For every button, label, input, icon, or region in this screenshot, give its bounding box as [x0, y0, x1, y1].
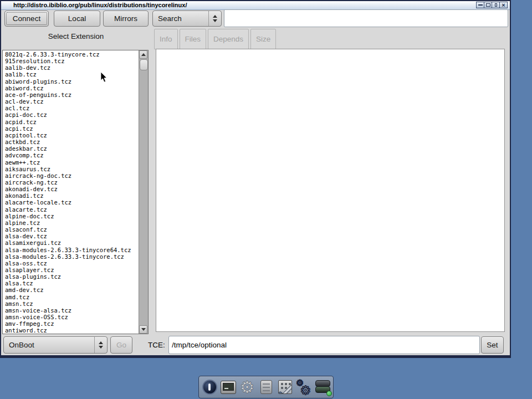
list-item-abiword.tcz[interactable]: abiword.tcz	[5, 85, 139, 91]
install-mode-label: OnBoot	[9, 341, 34, 349]
detail-content-pane	[156, 49, 505, 332]
list-item-actkbd.tcz[interactable]: actkbd.tcz	[5, 139, 139, 145]
list-item-adeskbar.tcz[interactable]: adeskbar.tcz	[5, 145, 139, 152]
list-item-aalib.tcz[interactable]: aalib.tcz	[5, 71, 139, 78]
list-item-alsa-oss.tcz[interactable]: alsa-oss.tcz	[5, 260, 139, 267]
window-title: http://distro.ibiblio.org/pub/linux/dist…	[13, 2, 187, 8]
list-item-acpid.tcz[interactable]: acpid.tcz	[5, 119, 139, 125]
list-item-aewm++.tcz[interactable]: aewm++.tcz	[5, 159, 139, 166]
set-button[interactable]: Set	[481, 336, 504, 354]
connect-button[interactable]: Connect	[4, 11, 49, 27]
shade-button[interactable]	[476, 2, 484, 8]
scroll-up-button[interactable]	[139, 50, 147, 59]
list-item-amsn.tcz[interactable]: amsn.tcz	[5, 300, 139, 307]
window-controls: ×	[477, 2, 508, 8]
list-item-alsamixergui.tcz[interactable]: alsamixergui.tcz	[5, 239, 139, 246]
list-scrollbar[interactable]	[139, 50, 148, 334]
list-item-acpitool.tcz[interactable]: acpitool.tcz	[5, 132, 139, 139]
list-item-advcomp.tcz[interactable]: advcomp.tcz	[5, 152, 139, 158]
maximize-button[interactable]	[484, 2, 492, 8]
apps-gears-icon[interactable]: ⚙ ⚙	[295, 378, 313, 397]
search-input[interactable]	[224, 9, 508, 27]
settings-gear-icon[interactable]: ⚙	[239, 378, 256, 397]
list-item-alpine-doc.tcz[interactable]: alpine-doc.tcz	[5, 213, 139, 219]
dock: ⚙ ⚙ ⚙	[198, 376, 334, 398]
restore-icon	[495, 3, 497, 7]
restore-button[interactable]	[492, 2, 500, 8]
list-item-amv-ffmpeg.tcz[interactable]: amv-ffmpeg.tcz	[5, 320, 139, 327]
desktop: { "window": { "title": "http://distro.ib…	[0, 0, 532, 399]
go-button-label: Go	[116, 341, 126, 349]
list-item-alacarte.tcz[interactable]: alacarte.tcz	[5, 206, 139, 213]
list-item-alsa-plugins.tcz[interactable]: alsa-plugins.tcz	[5, 273, 139, 280]
arrow-up-icon	[141, 53, 146, 56]
close-button[interactable]: ×	[499, 2, 508, 8]
tab-files[interactable]: Files	[180, 29, 207, 49]
list-item-alpine.tcz[interactable]: alpine.tcz	[5, 219, 139, 226]
list-item-ace-of-penguins.tcz[interactable]: ace-of-penguins.tcz	[5, 91, 139, 98]
shade-icon	[478, 4, 483, 6]
dropdown-arrows-icon	[94, 337, 107, 353]
list-item-akonadi-dev.tcz[interactable]: akonadi-dev.tcz	[5, 186, 139, 192]
maximize-icon	[486, 3, 490, 7]
mount-drives-icon[interactable]	[314, 378, 331, 397]
list-item-alsa-modules-2.6.33.3-tinycore.tcz[interactable]: alsa-modules-2.6.33.3-tinycore.tcz	[5, 253, 139, 260]
list-item-aircrack-ng-doc.tcz[interactable]: aircrack-ng-doc.tcz	[5, 172, 139, 179]
mirrors-button-label: Mirrors	[114, 14, 137, 23]
list-item-aiksaurus.tcz[interactable]: aiksaurus.tcz	[5, 166, 139, 172]
terminal-icon[interactable]	[220, 378, 237, 397]
list-item-alsaconf.tcz[interactable]: alsaconf.tcz	[5, 226, 139, 233]
list-item-antiword.tcz[interactable]: antiword.tcz	[5, 327, 139, 334]
list-item-abiword-plugins.tcz[interactable]: abiword-plugins.tcz	[5, 78, 139, 85]
extension-list: 8021q-2.6.33.3-tinycore.tcz915resolution…	[2, 50, 149, 334]
titlebar[interactable]: http://distro.ibiblio.org/pub/linux/dist…	[1, 1, 510, 10]
appbrowser-window: http://distro.ibiblio.org/pub/linux/dist…	[0, 0, 511, 358]
tce-path-input[interactable]	[168, 336, 480, 354]
go-button[interactable]: Go	[110, 336, 132, 354]
local-button[interactable]: Local	[54, 11, 100, 27]
list-item-alsa-dev.tcz[interactable]: alsa-dev.tcz	[5, 233, 139, 239]
list-item-acpi-doc.tcz[interactable]: acpi-doc.tcz	[5, 111, 139, 118]
list-item-amd.tcz[interactable]: amd.tcz	[5, 294, 139, 300]
control-panel-icon[interactable]	[277, 378, 294, 397]
extension-list-rows: 8021q-2.6.33.3-tinycore.tcz915resolution…	[3, 51, 139, 334]
connect-button-label: Connect	[13, 14, 40, 23]
list-item-amsn-voice-oss.tcz[interactable]: amsn-voice-OSS.tcz	[5, 314, 139, 320]
set-button-label: Set	[487, 341, 498, 349]
list-item-acl-dev.tcz[interactable]: acl-dev.tcz	[5, 98, 139, 105]
package-icon[interactable]	[258, 378, 275, 397]
list-item-alsa-modules-2.6.33.3-tinycore64.tcz[interactable]: alsa-modules-2.6.33.3-tinycore64.tcz	[5, 247, 139, 253]
search-mode-dropdown[interactable]: Search	[152, 11, 222, 27]
list-item-amsn-voice-alsa.tcz[interactable]: amsn-voice-alsa.tcz	[5, 307, 139, 314]
detail-tabs: InfoFilesDependsSize	[154, 29, 276, 49]
tab-info[interactable]: Info	[154, 29, 178, 49]
power-icon[interactable]	[201, 378, 218, 397]
list-item-alsa.tcz[interactable]: alsa.tcz	[5, 280, 139, 287]
list-item-aircrack-ng.tcz[interactable]: aircrack-ng.tcz	[5, 179, 139, 186]
close-icon: ×	[502, 2, 505, 8]
list-item-915resolution.tcz[interactable]: 915resolution.tcz	[5, 58, 139, 64]
mirrors-button[interactable]: Mirrors	[103, 11, 149, 27]
scroll-down-button[interactable]	[139, 325, 147, 334]
list-item-amd-dev.tcz[interactable]: amd-dev.tcz	[5, 287, 139, 293]
list-heading: Select Extension	[1, 32, 151, 40]
local-button-label: Local	[68, 14, 86, 23]
list-item-alsaplayer.tcz[interactable]: alsaplayer.tcz	[5, 267, 139, 273]
dropdown-arrows-icon	[208, 11, 221, 26]
list-item-acpi.tcz[interactable]: acpi.tcz	[5, 125, 139, 132]
scrollbar-thumb[interactable]	[140, 59, 148, 70]
list-item-alacarte-locale.tcz[interactable]: alacarte-locale.tcz	[5, 199, 139, 206]
list-item-aalib-dev.tcz[interactable]: aalib-dev.tcz	[5, 64, 139, 71]
tab-depends[interactable]: Depends	[208, 29, 249, 49]
search-mode-label: Search	[158, 14, 182, 23]
arrow-down-icon	[141, 328, 146, 331]
list-item-akonadi.tcz[interactable]: akonadi.tcz	[5, 192, 139, 199]
list-item-8021q-2.6.33.3-tinycore.tcz[interactable]: 8021q-2.6.33.3-tinycore.tcz	[5, 51, 139, 58]
list-item-acl.tcz[interactable]: acl.tcz	[5, 105, 139, 111]
tce-label: TCE:	[148, 336, 165, 354]
tab-size[interactable]: Size	[250, 29, 276, 49]
install-mode-dropdown[interactable]: OnBoot	[3, 336, 108, 354]
